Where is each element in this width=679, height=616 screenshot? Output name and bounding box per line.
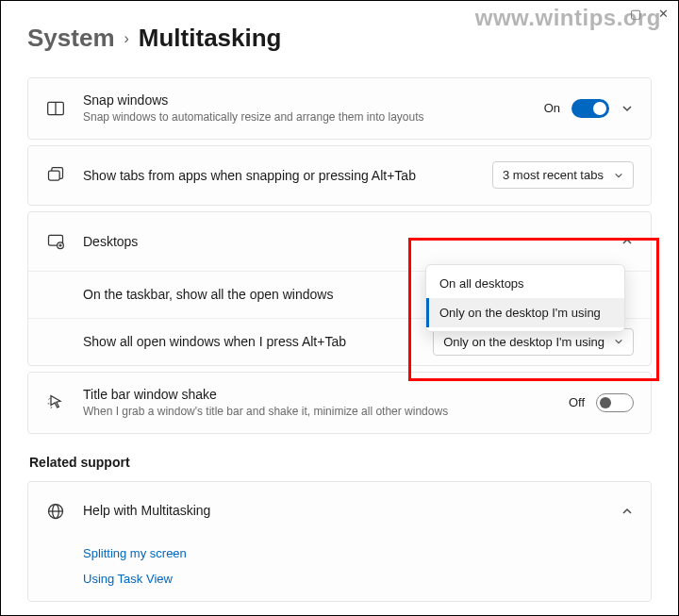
chevron-right-icon: ›: [124, 30, 129, 47]
help-link-taskview[interactable]: Using Task View: [28, 566, 651, 591]
snap-windows-card[interactable]: Snap windows Snap windows to automatical…: [27, 77, 652, 140]
tabs-title: Show tabs from apps when snapping or pre…: [83, 167, 492, 184]
globe-icon: [45, 501, 66, 522]
snap-toggle[interactable]: [571, 99, 609, 118]
related-support-header: Related support: [29, 455, 652, 470]
help-header-row[interactable]: Help with Multitasking: [28, 482, 651, 541]
watermark: www.wintips.org: [475, 5, 661, 31]
tabs-icon: [45, 165, 66, 186]
shake-subtitle: When I grab a window's title bar and sha…: [83, 405, 569, 420]
tabs-dropdown[interactable]: 3 most recent tabs: [492, 161, 634, 189]
desktops-icon: [45, 231, 66, 252]
page-title: Multitasking: [139, 24, 282, 53]
tabs-dropdown-value: 3 most recent tabs: [503, 168, 604, 182]
svg-rect-2: [49, 171, 60, 180]
snap-title: Snap windows: [83, 92, 544, 108]
desktops-taskbar-label: On the taskbar, show all the open window…: [83, 286, 436, 303]
desktops-alttab-value: Only on the desktop I'm using: [443, 335, 604, 349]
desktops-taskbar-dropdown-menu[interactable]: On all desktops Only on the desktop I'm …: [425, 264, 625, 332]
dropdown-option-all-desktops[interactable]: On all desktops: [426, 269, 624, 298]
desktops-alttab-label: Show all open windows when I press Alt+T…: [83, 333, 433, 350]
chevron-up-icon[interactable]: [621, 505, 634, 518]
help-card: Help with Multitasking Splitting my scre…: [27, 481, 652, 602]
desktops-alttab-dropdown[interactable]: Only on the desktop I'm using: [433, 328, 634, 356]
title-shake-card: Title bar window shake When I grab a win…: [27, 372, 652, 434]
snap-state-label: On: [544, 101, 560, 115]
help-link-splitting[interactable]: Splitting my screen: [28, 541, 651, 566]
chevron-up-icon[interactable]: [621, 235, 634, 248]
shake-state-label: Off: [569, 395, 585, 409]
desktops-title: Desktops: [83, 233, 621, 250]
shake-title: Title bar window shake: [83, 386, 569, 403]
chevron-down-icon[interactable]: [621, 102, 634, 115]
cursor-shake-icon: [45, 392, 66, 413]
shake-toggle[interactable]: [596, 393, 634, 412]
snap-subtitle: Snap windows to automatically resize and…: [83, 110, 544, 125]
breadcrumb-parent[interactable]: System: [27, 24, 115, 53]
snap-layout-icon: [45, 98, 66, 119]
desktops-header-row[interactable]: Desktops: [28, 212, 651, 271]
show-tabs-card: Show tabs from apps when snapping or pre…: [27, 145, 652, 206]
help-title: Help with Multitasking: [83, 502, 621, 519]
dropdown-option-only-current[interactable]: Only on the desktop I'm using: [426, 298, 624, 327]
